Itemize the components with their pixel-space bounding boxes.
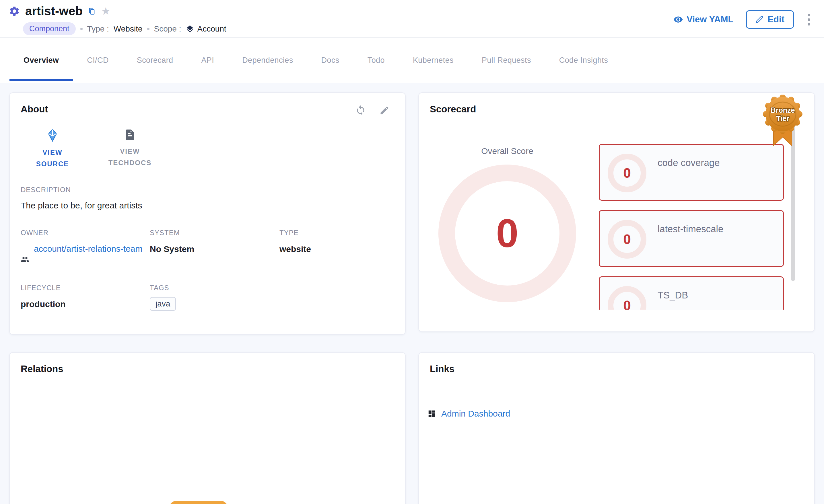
edit-about-icon[interactable] bbox=[379, 105, 390, 116]
tab-scorecard[interactable]: Scorecard bbox=[123, 37, 187, 83]
type-field: TYPE website bbox=[280, 229, 394, 268]
refresh-icon[interactable] bbox=[355, 105, 366, 116]
check-score: 0 bbox=[623, 297, 631, 309]
description-value: The place to be, for great artists bbox=[21, 201, 394, 211]
page-title: artist-web bbox=[25, 4, 83, 18]
tier-badge-line2: Tier bbox=[776, 114, 789, 122]
check-donut: 0 bbox=[608, 154, 646, 193]
view-yaml-link[interactable]: View YAML bbox=[674, 14, 733, 25]
type-value: Website bbox=[114, 24, 142, 33]
relations-action-button[interactable] bbox=[169, 501, 228, 504]
links-title: Links bbox=[430, 364, 803, 374]
check-donut: 0 bbox=[608, 220, 646, 259]
owner-link[interactable]: account/artist-relations-team bbox=[34, 243, 156, 255]
meta-separator-dot bbox=[80, 28, 83, 30]
meta-separator-dot bbox=[147, 28, 149, 30]
scorecard-title: Scorecard bbox=[430, 104, 803, 115]
star-icon[interactable]: ★ bbox=[101, 6, 110, 16]
tags-label: TAGS bbox=[150, 284, 280, 292]
layers-icon bbox=[186, 25, 194, 33]
overall-score-label: Overall Score bbox=[453, 146, 562, 156]
tab-kubernetes[interactable]: Kubernetes bbox=[399, 37, 468, 83]
relations-title: Relations bbox=[21, 364, 394, 374]
kebab-menu-icon[interactable] bbox=[807, 13, 811, 27]
link-item-admin-dashboard: Admin Dashboard bbox=[427, 409, 510, 418]
component-gear-icon bbox=[9, 5, 20, 17]
check-donut: 0 bbox=[608, 286, 646, 309]
kind-chip: Component bbox=[23, 22, 76, 35]
scorecard-card: Scorecard Bronze Tier Overall Score 0 bbox=[418, 92, 815, 332]
lifecycle-value: production bbox=[21, 299, 150, 309]
scope-label: Scope : bbox=[154, 24, 181, 33]
pencil-icon bbox=[755, 15, 763, 23]
edit-button[interactable]: Edit bbox=[746, 10, 794, 29]
tab-pull-requests[interactable]: Pull Requests bbox=[468, 37, 545, 83]
system-label: SYSTEM bbox=[150, 229, 280, 237]
tab-overview[interactable]: Overview bbox=[9, 37, 73, 83]
overall-score-value: 0 bbox=[496, 213, 518, 253]
view-yaml-label: View YAML bbox=[687, 14, 733, 25]
tag-chip-java[interactable]: java bbox=[150, 297, 176, 311]
check-score: 0 bbox=[623, 231, 631, 247]
scope-value: Account bbox=[197, 24, 226, 33]
tier-badge-line1: Bronze bbox=[770, 106, 795, 114]
lifecycle-label: LIFECYCLE bbox=[21, 284, 150, 292]
about-card: About VIEW SOURCE VIEW TECHDOCS DESCRIPT… bbox=[9, 92, 406, 335]
edit-button-label: Edit bbox=[767, 14, 785, 25]
tab-code-insights[interactable]: Code Insights bbox=[545, 37, 622, 83]
tab-api[interactable]: API bbox=[187, 37, 228, 83]
bronze-tier-badge: Bronze Tier bbox=[762, 95, 803, 148]
about-title: About bbox=[21, 104, 48, 115]
type-field-value: website bbox=[280, 244, 394, 254]
scorecard-checks-list: 0 code coverage 0 latest-timescale 0 TS_… bbox=[599, 144, 784, 309]
overall-score-donut: 0 bbox=[438, 164, 576, 302]
tags-field: TAGS java bbox=[150, 284, 280, 311]
lifecycle-field: LIFECYCLE production bbox=[21, 284, 150, 311]
dashboard-icon bbox=[427, 409, 436, 418]
check-card-latest-timescale[interactable]: 0 latest-timescale bbox=[599, 210, 784, 267]
view-source-label: VIEW SOURCE bbox=[28, 147, 77, 170]
entity-tabs: Overview CI/CD Scorecard API Dependencie… bbox=[0, 37, 824, 83]
view-techdocs-label: VIEW TECHDOCS bbox=[106, 146, 154, 168]
group-icon bbox=[21, 255, 29, 264]
check-score: 0 bbox=[623, 165, 631, 181]
document-icon bbox=[124, 128, 136, 141]
check-card-code-coverage[interactable]: 0 code coverage bbox=[599, 144, 784, 201]
check-name: latest-timescale bbox=[657, 224, 723, 235]
view-techdocs-button[interactable]: VIEW TECHDOCS bbox=[106, 128, 154, 170]
links-card: Links Admin Dashboard bbox=[418, 352, 815, 504]
view-source-button[interactable]: VIEW SOURCE bbox=[28, 128, 77, 170]
system-value: No System bbox=[150, 244, 280, 254]
relations-card: Relations bbox=[9, 352, 406, 504]
check-name: code coverage bbox=[657, 157, 720, 168]
tab-docs[interactable]: Docs bbox=[307, 37, 353, 83]
admin-dashboard-link[interactable]: Admin Dashboard bbox=[441, 409, 510, 418]
check-card-ts-db[interactable]: 0 TS_DB bbox=[599, 276, 784, 309]
copy-icon[interactable] bbox=[88, 7, 96, 15]
system-field: SYSTEM No System bbox=[150, 229, 280, 268]
owner-label: OWNER bbox=[21, 229, 150, 237]
page-header: artist-web ★ Component Type : Website Sc… bbox=[0, 0, 824, 37]
type-field-label: TYPE bbox=[280, 229, 394, 237]
type-label: Type : bbox=[87, 24, 109, 33]
check-name: TS_DB bbox=[657, 290, 688, 301]
description-label: DESCRIPTION bbox=[21, 186, 394, 194]
tab-todo[interactable]: Todo bbox=[353, 37, 399, 83]
owner-field: OWNER account/artist-relations-team bbox=[21, 229, 150, 268]
eye-icon bbox=[674, 15, 683, 24]
source-gem-icon bbox=[45, 128, 60, 142]
tab-dependencies[interactable]: Dependencies bbox=[228, 37, 307, 83]
tab-cicd[interactable]: CI/CD bbox=[73, 37, 123, 83]
